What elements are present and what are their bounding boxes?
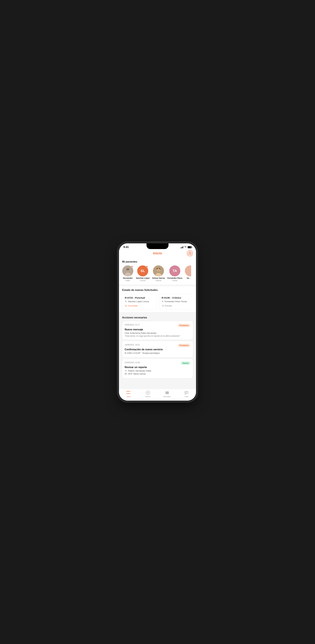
- accion-subtitle: Chat: Enfermería Pablo Hernández: [125, 332, 190, 334]
- app-header: Inicio: [119, 250, 196, 258]
- plus-circle-svg: [146, 390, 150, 395]
- accion-title: Confirmación de nuevo servicio: [125, 348, 190, 351]
- patient-avatar-tomas: TA: [169, 266, 180, 276]
- svg-rect-27: [185, 391, 188, 394]
- patient-firstname: Victoria: [156, 280, 161, 282]
- user-circle-icon: [188, 252, 192, 255]
- solicitud-patient: Fernández Pérez Tomás: [162, 300, 191, 303]
- patient-avatar-wrapper: [122, 266, 133, 276]
- status-icons: [180, 246, 192, 248]
- my-patients-title: Mi pacientes: [122, 260, 193, 263]
- accion-subtitle: R-1A5H | S-K19T - Terapia psicológica: [125, 352, 190, 354]
- svg-rect-17: [125, 373, 127, 375]
- svg-rect-24: [166, 392, 169, 393]
- patient-lastname: Hernández: [123, 277, 132, 279]
- patient-firstname: Pablo: [126, 280, 130, 282]
- patient-avatar-wrapper: SL: [137, 266, 148, 276]
- status-time: 9:41: [124, 246, 129, 249]
- app-content: Inicio Mi pacientes: [119, 250, 196, 389]
- entrada-icon: [162, 305, 164, 307]
- acciones-title: Acciones necesarias: [122, 316, 193, 319]
- patient-lastname: Sánchez López: [136, 277, 150, 279]
- page-title: Inicio: [153, 251, 162, 255]
- nav-item-nuevo[interactable]: Nuevo: [142, 390, 154, 398]
- profile-button[interactable]: [187, 250, 193, 256]
- signal-icon: [180, 246, 183, 248]
- accion-title: Revisar un reporte: [125, 366, 190, 369]
- nav-label-buscador: Buscador: [164, 396, 171, 398]
- battery-icon: [188, 246, 192, 248]
- chat-svg: [184, 390, 188, 395]
- svg-point-16: [126, 370, 126, 371]
- cancel-icon: [125, 305, 127, 307]
- hcp-icon: [125, 373, 127, 375]
- svg-rect-25: [166, 394, 169, 394]
- patient-firstname: Lorena: [140, 280, 146, 282]
- nav-item-chat[interactable]: Chat: [181, 390, 192, 398]
- my-patients-section: Mi pacientes: [119, 258, 196, 284]
- solicitud-id: R-H13K - Crónico: [162, 296, 191, 299]
- victoria-avatar-svg: [153, 266, 164, 276]
- status-badge: Pendiente: [178, 324, 190, 327]
- accion-header: 25/05/2023, 21:17 Pendiente: [125, 324, 190, 327]
- patient-avatar-wrapper: [153, 266, 164, 276]
- patient-item[interactable]: TA Fernández Pérez Tomás: [167, 266, 182, 282]
- accion-meta-hcp: HCP: María Llamas: [125, 373, 190, 375]
- patient-item[interactable]: Gómez García Victoria: [152, 266, 165, 282]
- phone-frame: 9:41 Inicio: [119, 244, 196, 400]
- accion-card-1[interactable]: 25/05/2023, 21:17 Pendiente Nuevo mensaj…: [122, 321, 193, 340]
- status-badge: Hecho: [181, 362, 190, 365]
- solicitud-card-1[interactable]: R-H723 - Punctual Sánchez López Lorena: [122, 294, 157, 310]
- nav-label-inicio: Inicio: [126, 396, 130, 398]
- accion-date: 25/05/2023, 21:17: [125, 324, 140, 326]
- patient-item[interactable]: SL Sánchez López Lorena: [136, 266, 150, 282]
- nav-item-inicio[interactable]: Inicio: [123, 390, 134, 398]
- solicitud-status: Entrada: [162, 304, 191, 307]
- bottom-nav: Inicio Nuevo Bu: [119, 389, 196, 400]
- accion-card-3[interactable]: 25/05/2023, 21:00 Hecho Revisar un repor…: [122, 359, 193, 378]
- solicitudes-title: Estado de nuevas Solicitudes: [122, 289, 193, 292]
- status-badge: Pendiente: [178, 344, 190, 347]
- solicitud-patient: Sánchez López Lorena: [125, 300, 154, 303]
- svg-rect-6: [126, 268, 129, 270]
- solicitud-card-2[interactable]: R-H13K - Crónico Fernández Pérez Tomás: [159, 294, 193, 310]
- person-icon: [162, 300, 164, 303]
- patient-avatar-wrapper: TA: [169, 266, 180, 276]
- chat-icon: [184, 390, 188, 395]
- solicitud-status: Cancelado: [125, 304, 154, 307]
- accion-message: "Hola doctor, le ruego que lea mi report…: [125, 335, 190, 337]
- accion-header: 14/06/2023, 16:01 Pendiente: [125, 344, 190, 347]
- svg-point-11: [126, 301, 126, 302]
- accion-card-2[interactable]: 14/06/2023, 16:01 Pendiente Confirmación…: [122, 341, 193, 358]
- patient-lastname-partial: Ga: [187, 277, 189, 279]
- patient-item[interactable]: Hernández Pablo: [122, 266, 134, 282]
- svg-rect-23: [166, 392, 169, 392]
- patients-row: Hernández Pablo SL Sánchez López Lorena: [122, 266, 193, 282]
- svg-point-10: [157, 268, 160, 271]
- accion-title: Nuevo mensaje: [125, 328, 190, 331]
- solicitud-id: R-H723 - Punctual: [125, 296, 154, 299]
- patient-icon: [125, 370, 127, 372]
- patient-avatar-victoria: [153, 266, 164, 276]
- accion-header: 25/05/2023, 21:00 Hecho: [125, 362, 190, 365]
- patient-item-partial[interactable]: Ga: [185, 266, 191, 282]
- person-icon: [125, 300, 127, 303]
- patient-dot-lorena: [146, 266, 148, 268]
- notch: [146, 244, 168, 249]
- patient-lastname: Gómez García: [152, 277, 165, 279]
- buscador-svg: [165, 390, 169, 395]
- patient-avatar-wrapper: [185, 266, 191, 276]
- accion-date: 14/06/2023, 16:01: [125, 344, 140, 346]
- patient-dot-pablo: [131, 266, 133, 268]
- nav-label-chat: Chat: [184, 396, 188, 398]
- patient-lastname: Fernández Pérez: [167, 277, 182, 279]
- plus-circle-icon: [146, 390, 150, 395]
- patient-firstname: Tomás: [172, 280, 177, 282]
- accion-meta-patient: Patient: Hernández Pablo: [125, 370, 190, 372]
- nav-label-nuevo: Nuevo: [146, 396, 150, 398]
- solicitudes-scroll: R-H723 - Punctual Sánchez López Lorena: [122, 294, 193, 310]
- solicitudes-section: Estado de nuevas Solicitudes R-H723 - Pu…: [119, 286, 196, 312]
- acciones-section: Acciones necesarias 25/05/2023, 21:17 Pe…: [119, 314, 196, 381]
- inicio-dots-icon: [127, 391, 130, 395]
- nav-item-buscador[interactable]: Buscador: [162, 390, 172, 398]
